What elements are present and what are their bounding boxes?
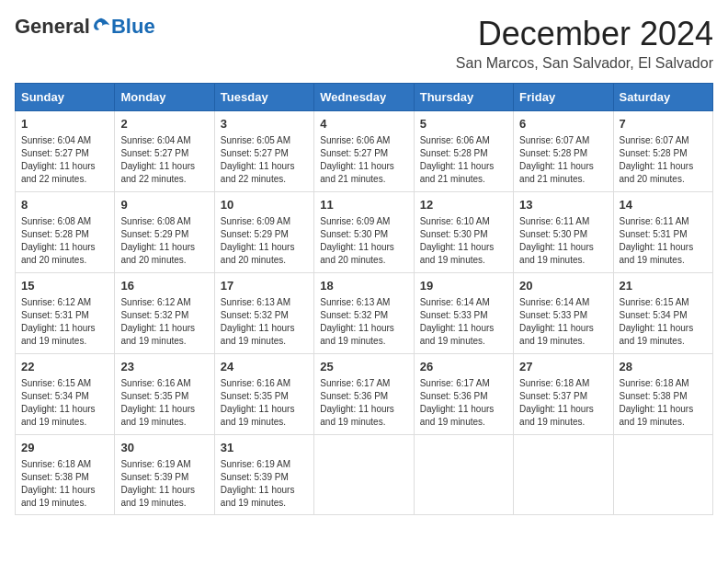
day-detail: Sunrise: 6:14 AMSunset: 5:33 PMDaylight:… <box>420 296 507 348</box>
day-detail: Sunrise: 6:16 AMSunset: 5:35 PMDaylight:… <box>221 377 308 429</box>
day-number: 19 <box>420 278 507 294</box>
logo-blue: Blue <box>111 15 155 39</box>
day-detail: Sunrise: 6:06 AMSunset: 5:27 PMDaylight:… <box>320 134 407 186</box>
day-detail: Sunrise: 6:04 AMSunset: 5:27 PMDaylight:… <box>120 134 208 186</box>
calendar-cell: 17Sunrise: 6:13 AMSunset: 5:32 PMDayligh… <box>214 273 313 354</box>
calendar-cell: 11Sunrise: 6:09 AMSunset: 5:30 PMDayligh… <box>314 192 414 273</box>
day-detail: Sunrise: 6:09 AMSunset: 5:29 PMDaylight:… <box>221 215 308 267</box>
day-detail: Sunrise: 6:16 AMSunset: 5:35 PMDaylight:… <box>120 377 208 429</box>
week-row-4: 29Sunrise: 6:18 AMSunset: 5:38 PMDayligh… <box>16 435 713 515</box>
day-detail: Sunrise: 6:07 AMSunset: 5:28 PMDaylight:… <box>620 134 707 186</box>
day-detail: Sunrise: 6:17 AMSunset: 5:36 PMDaylight:… <box>320 377 407 429</box>
month-title: December 2024 <box>456 15 713 53</box>
day-detail: Sunrise: 6:15 AMSunset: 5:34 PMDaylight:… <box>21 377 108 429</box>
calendar-cell <box>314 435 414 515</box>
header-row: SundayMondayTuesdayWednesdayThursdayFrid… <box>16 84 713 111</box>
calendar-cell: 18Sunrise: 6:13 AMSunset: 5:32 PMDayligh… <box>314 273 414 354</box>
calendar-cell: 26Sunrise: 6:17 AMSunset: 5:36 PMDayligh… <box>414 354 513 435</box>
header-day-tuesday: Tuesday <box>214 84 313 111</box>
day-detail: Sunrise: 6:09 AMSunset: 5:30 PMDaylight:… <box>320 215 407 267</box>
day-detail: Sunrise: 6:19 AMSunset: 5:39 PMDaylight:… <box>120 458 208 510</box>
title-area: December 2024 San Marcos, San Salvador, … <box>456 15 713 72</box>
day-number: 13 <box>519 197 607 213</box>
day-number: 1 <box>21 116 108 132</box>
header-day-wednesday: Wednesday <box>314 84 414 111</box>
day-number: 2 <box>120 116 208 132</box>
day-number: 14 <box>620 197 707 213</box>
calendar-cell <box>613 435 712 515</box>
calendar-cell: 4Sunrise: 6:06 AMSunset: 5:27 PMDaylight… <box>314 111 414 192</box>
day-detail: Sunrise: 6:13 AMSunset: 5:32 PMDaylight:… <box>320 296 407 348</box>
calendar-cell <box>514 435 613 515</box>
day-number: 25 <box>320 359 407 375</box>
header-day-monday: Monday <box>115 84 214 111</box>
calendar-cell: 7Sunrise: 6:07 AMSunset: 5:28 PMDaylight… <box>613 111 712 192</box>
calendar-cell: 20Sunrise: 6:14 AMSunset: 5:33 PMDayligh… <box>514 273 613 354</box>
location-title: San Marcos, San Salvador, El Salvador <box>456 55 713 72</box>
day-detail: Sunrise: 6:07 AMSunset: 5:28 PMDaylight:… <box>519 134 607 186</box>
day-number: 18 <box>320 278 407 294</box>
calendar-cell: 10Sunrise: 6:09 AMSunset: 5:29 PMDayligh… <box>214 192 313 273</box>
calendar-cell: 31Sunrise: 6:19 AMSunset: 5:39 PMDayligh… <box>214 435 313 515</box>
calendar-cell: 29Sunrise: 6:18 AMSunset: 5:38 PMDayligh… <box>16 435 115 515</box>
logo-bird-icon <box>91 17 111 37</box>
day-detail: Sunrise: 6:19 AMSunset: 5:39 PMDaylight:… <box>221 458 308 510</box>
day-number: 7 <box>620 116 707 132</box>
day-detail: Sunrise: 6:18 AMSunset: 5:38 PMDaylight:… <box>620 377 707 429</box>
calendar-cell: 15Sunrise: 6:12 AMSunset: 5:31 PMDayligh… <box>16 273 115 354</box>
day-number: 4 <box>320 116 407 132</box>
header: General Blue December 2024 San Marcos, S… <box>15 15 713 72</box>
calendar-cell: 3Sunrise: 6:05 AMSunset: 5:27 PMDaylight… <box>214 111 313 192</box>
calendar-cell: 23Sunrise: 6:16 AMSunset: 5:35 PMDayligh… <box>115 354 214 435</box>
calendar-cell: 19Sunrise: 6:14 AMSunset: 5:33 PMDayligh… <box>414 273 513 354</box>
header-day-saturday: Saturday <box>613 84 712 111</box>
week-row-3: 22Sunrise: 6:15 AMSunset: 5:34 PMDayligh… <box>16 354 713 435</box>
calendar-cell: 21Sunrise: 6:15 AMSunset: 5:34 PMDayligh… <box>613 273 712 354</box>
day-detail: Sunrise: 6:10 AMSunset: 5:30 PMDaylight:… <box>420 215 507 267</box>
header-day-thursday: Thursday <box>414 84 513 111</box>
day-detail: Sunrise: 6:12 AMSunset: 5:32 PMDaylight:… <box>120 296 208 348</box>
logo: General Blue <box>15 15 155 39</box>
calendar-table: SundayMondayTuesdayWednesdayThursdayFrid… <box>15 83 713 515</box>
day-detail: Sunrise: 6:11 AMSunset: 5:30 PMDaylight:… <box>519 215 607 267</box>
day-number: 11 <box>320 197 407 213</box>
header-day-sunday: Sunday <box>16 84 115 111</box>
calendar-cell: 25Sunrise: 6:17 AMSunset: 5:36 PMDayligh… <box>314 354 414 435</box>
calendar-cell: 14Sunrise: 6:11 AMSunset: 5:31 PMDayligh… <box>613 192 712 273</box>
day-detail: Sunrise: 6:13 AMSunset: 5:32 PMDaylight:… <box>221 296 308 348</box>
day-number: 24 <box>221 359 308 375</box>
day-number: 6 <box>519 116 607 132</box>
day-number: 16 <box>120 278 208 294</box>
day-detail: Sunrise: 6:12 AMSunset: 5:31 PMDaylight:… <box>21 296 108 348</box>
calendar-cell: 6Sunrise: 6:07 AMSunset: 5:28 PMDaylight… <box>514 111 613 192</box>
day-number: 28 <box>620 359 707 375</box>
day-detail: Sunrise: 6:18 AMSunset: 5:37 PMDaylight:… <box>519 377 607 429</box>
calendar-cell: 30Sunrise: 6:19 AMSunset: 5:39 PMDayligh… <box>115 435 214 515</box>
day-number: 20 <box>519 278 607 294</box>
calendar-cell: 1Sunrise: 6:04 AMSunset: 5:27 PMDaylight… <box>16 111 115 192</box>
day-detail: Sunrise: 6:11 AMSunset: 5:31 PMDaylight:… <box>620 215 707 267</box>
calendar-cell: 16Sunrise: 6:12 AMSunset: 5:32 PMDayligh… <box>115 273 214 354</box>
logo-general: General <box>15 15 90 39</box>
day-number: 21 <box>620 278 707 294</box>
calendar-cell: 2Sunrise: 6:04 AMSunset: 5:27 PMDaylight… <box>115 111 214 192</box>
calendar-cell: 28Sunrise: 6:18 AMSunset: 5:38 PMDayligh… <box>613 354 712 435</box>
week-row-2: 15Sunrise: 6:12 AMSunset: 5:31 PMDayligh… <box>16 273 713 354</box>
calendar-cell: 8Sunrise: 6:08 AMSunset: 5:28 PMDaylight… <box>16 192 115 273</box>
day-number: 8 <box>21 197 108 213</box>
day-number: 9 <box>120 197 208 213</box>
day-number: 15 <box>21 278 108 294</box>
day-detail: Sunrise: 6:18 AMSunset: 5:38 PMDaylight:… <box>21 458 108 510</box>
day-number: 10 <box>221 197 308 213</box>
calendar-cell: 12Sunrise: 6:10 AMSunset: 5:30 PMDayligh… <box>414 192 513 273</box>
day-number: 31 <box>221 440 308 456</box>
day-number: 17 <box>221 278 308 294</box>
calendar-cell: 27Sunrise: 6:18 AMSunset: 5:37 PMDayligh… <box>514 354 613 435</box>
day-detail: Sunrise: 6:17 AMSunset: 5:36 PMDaylight:… <box>420 377 507 429</box>
week-row-1: 8Sunrise: 6:08 AMSunset: 5:28 PMDaylight… <box>16 192 713 273</box>
calendar-cell: 24Sunrise: 6:16 AMSunset: 5:35 PMDayligh… <box>214 354 313 435</box>
day-number: 27 <box>519 359 607 375</box>
calendar-cell: 13Sunrise: 6:11 AMSunset: 5:30 PMDayligh… <box>514 192 613 273</box>
day-number: 29 <box>21 440 108 456</box>
day-number: 12 <box>420 197 507 213</box>
